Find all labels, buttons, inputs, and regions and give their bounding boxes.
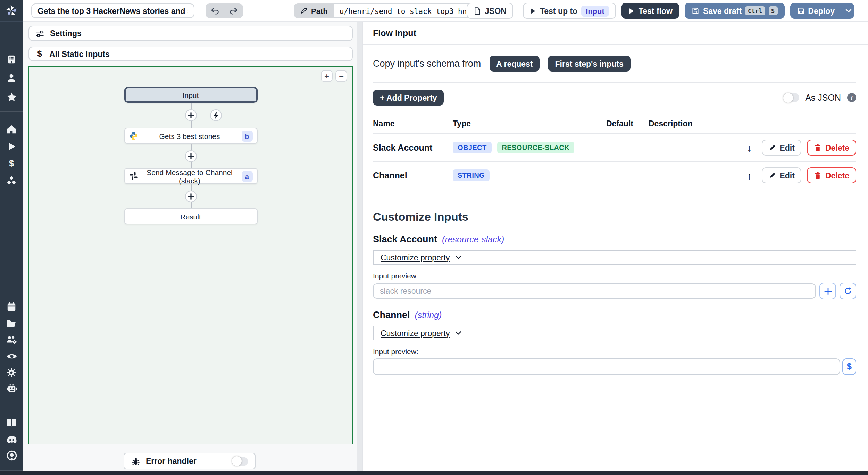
svg-text:$: $ — [9, 158, 14, 168]
connector — [124, 184, 257, 208]
error-handler-toggle[interactable] — [232, 457, 248, 466]
node-input-label: Input — [183, 91, 199, 99]
copy-from-first-step-button[interactable]: First step's inputs — [548, 56, 631, 72]
property-type: STRING — [453, 169, 606, 181]
flow-title-input[interactable] — [31, 3, 194, 18]
kbd-s: S — [768, 6, 777, 15]
copy-from-request-button[interactable]: A request — [489, 56, 540, 72]
zoom-in-button[interactable]: + — [321, 70, 333, 82]
node-input[interactable]: Input — [124, 87, 257, 103]
edit-label: Edit — [779, 171, 794, 180]
add-step-button[interactable] — [185, 109, 197, 121]
sidebar-item-workers[interactable] — [0, 333, 23, 346]
add-step-button[interactable] — [185, 150, 197, 162]
node-label: Send Message to Channel (slack) — [138, 168, 241, 184]
test-flow-button[interactable]: Test flow — [622, 3, 679, 19]
json-button-label: JSON — [485, 7, 507, 15]
deploy-button[interactable]: Deploy — [790, 3, 842, 19]
error-handler[interactable]: Error handler — [124, 453, 256, 469]
sidebar-item-favorites[interactable] — [0, 91, 23, 103]
windmill-logo[interactable] — [0, 0, 23, 22]
sidebar-item-user[interactable] — [0, 72, 23, 84]
as-json-toggle[interactable] — [783, 93, 799, 102]
user-icon — [6, 73, 17, 83]
path-input[interactable] — [334, 3, 478, 18]
delete-property-button[interactable]: Delete — [807, 167, 856, 183]
panel-splitter[interactable] — [357, 22, 362, 471]
sidebar-item-settings[interactable] — [0, 366, 23, 378]
customize-property-dropdown[interactable]: Customize property — [373, 326, 856, 340]
flow-graph-nodes: Input — [124, 87, 257, 224]
graph-zoom-controls: + − — [321, 70, 347, 82]
sidebar-item-docs[interactable] — [0, 417, 23, 429]
sidebar-item-schedules[interactable] — [0, 300, 23, 312]
robot-icon — [6, 383, 17, 393]
section-title-slack-account: Slack Account (resource-slack) — [373, 234, 856, 244]
move-down-button[interactable]: ↓ — [747, 142, 752, 153]
undo-button[interactable] — [206, 3, 224, 18]
edit-property-button[interactable]: Edit — [761, 140, 801, 156]
sidebar-item-variables[interactable]: $ — [0, 157, 23, 169]
customize-property-dropdown[interactable]: Customize property — [373, 250, 856, 265]
flow-graph-canvas[interactable]: + − Input — [28, 66, 353, 444]
all-static-inputs-button[interactable]: $ All Static Inputs — [28, 47, 353, 61]
properties-table: Name Type Default Description Slack Acco… — [373, 115, 856, 189]
sidebar-item-ai[interactable] — [0, 382, 23, 394]
connector — [124, 103, 257, 128]
add-trigger-button[interactable] — [210, 109, 222, 121]
path-badge[interactable]: Path — [294, 3, 334, 18]
input-preview-row — [373, 283, 856, 299]
row-actions: ↑ Edit — [747, 167, 856, 183]
json-button[interactable]: JSON — [467, 3, 514, 19]
play-icon — [530, 7, 536, 14]
add-step-button[interactable] — [185, 190, 197, 202]
section-name: Channel — [373, 310, 410, 320]
edit-property-button[interactable]: Edit — [761, 167, 801, 183]
slack-icon — [129, 172, 138, 181]
flow-settings-label: Settings — [50, 29, 82, 38]
windmill-logo-icon — [5, 4, 18, 17]
deploy-more-button[interactable] — [842, 3, 854, 19]
slack-resource-input[interactable] — [373, 283, 816, 299]
pencil-icon — [768, 172, 776, 179]
add-resource-button[interactable] — [819, 283, 836, 299]
column-header-default: Default — [606, 119, 649, 128]
path-group: Path — [294, 3, 478, 18]
kbd-ctrl: Ctrl — [745, 6, 765, 15]
flow-panel: Settings $ All Static Inputs + − Input — [23, 22, 357, 471]
undo-icon — [210, 7, 219, 15]
flow-settings-button[interactable]: Settings — [28, 26, 353, 41]
python-icon — [129, 131, 138, 140]
input-preview-row: $ — [373, 358, 856, 375]
error-handler-label: Error handler — [146, 457, 197, 465]
section-type: (string) — [415, 310, 442, 320]
test-up-to-button[interactable]: Test up to Input — [523, 3, 616, 19]
save-icon — [797, 7, 804, 15]
node-id-badge: a — [241, 170, 252, 182]
add-property-button[interactable]: + Add Property — [373, 90, 444, 106]
sidebar-item-folders[interactable] — [0, 317, 23, 329]
node-gets-3-best-stories[interactable]: Gets 3 best stories b — [124, 128, 257, 144]
zoom-out-button[interactable]: − — [335, 70, 347, 82]
refresh-button[interactable] — [840, 283, 856, 299]
github-icon — [6, 450, 17, 461]
table-header-row: Name Type Default Description — [373, 115, 856, 133]
panel-title: Flow Input — [363, 22, 868, 45]
windmill-flow-editor: Path JSON Test up to Input — [0, 0, 868, 475]
sidebar-item-resources[interactable] — [0, 174, 23, 187]
sidebar-item-discord[interactable] — [0, 433, 23, 446]
sidebar-item-workspace[interactable] — [0, 53, 23, 65]
move-up-button[interactable]: ↑ — [747, 170, 752, 181]
info-icon[interactable]: i — [847, 93, 856, 102]
redo-button[interactable] — [224, 3, 243, 18]
node-result[interactable]: Result — [124, 208, 257, 224]
insert-variable-button[interactable]: $ — [842, 358, 856, 375]
sidebar-item-home[interactable] — [0, 123, 23, 135]
node-send-message-to-channel[interactable]: Send Message to Channel (slack) a — [124, 168, 257, 184]
sidebar-item-audit-logs[interactable] — [0, 350, 23, 362]
sidebar-item-runs[interactable] — [0, 140, 23, 153]
delete-property-button[interactable]: Delete — [807, 140, 856, 156]
save-draft-button[interactable]: Save draft CtrlS — [685, 3, 784, 19]
sidebar-item-github[interactable] — [0, 449, 23, 462]
channel-input[interactable] — [373, 358, 840, 375]
